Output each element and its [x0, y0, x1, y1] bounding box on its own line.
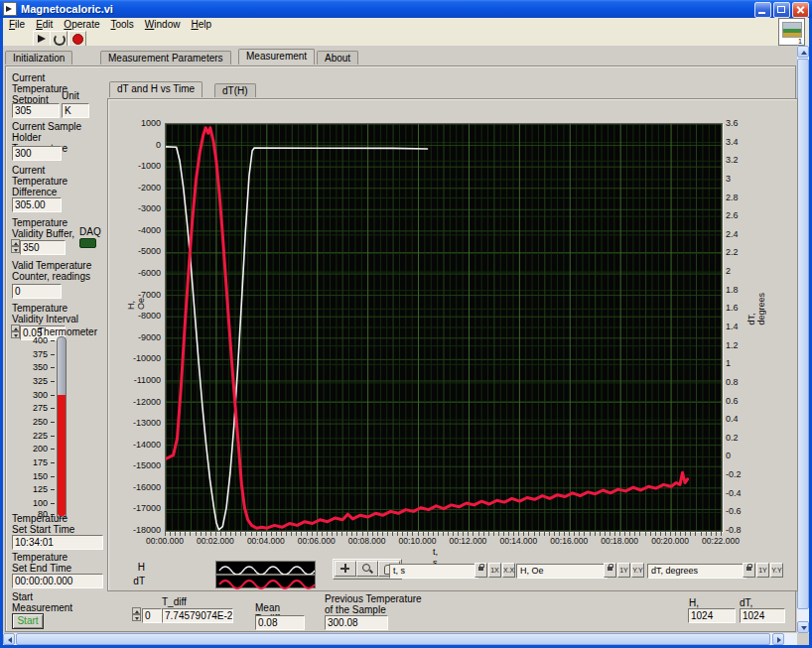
horizontal-scrollbar[interactable] — [3, 633, 797, 645]
legend-sample-dt[interactable] — [215, 575, 316, 588]
left-axis-tick-label: -18000 — [117, 525, 161, 535]
right-axis-tick-label: 0.2 — [726, 433, 765, 443]
unit-label: Unit — [62, 90, 79, 101]
close-icon[interactable] — [792, 2, 809, 18]
tab-measurement[interactable]: Measurement — [238, 49, 315, 65]
scroll-up-icon[interactable] — [797, 46, 809, 58]
set-start-time-field[interactable]: 10:34:01 — [12, 535, 103, 550]
previous-temperature-label: Previous Temperature of the Sample — [325, 593, 424, 615]
tab-initialization[interactable]: Initialization — [5, 51, 72, 65]
horizontal-scroll-thumb[interactable] — [16, 633, 770, 645]
scale-lock-icon[interactable] — [474, 563, 487, 578]
menu-edit[interactable]: Edit — [36, 19, 53, 30]
right-axis-tick-label: 0.4 — [726, 414, 765, 424]
graph-plot[interactable] — [165, 123, 723, 532]
thermometer-tick: 350 — [12, 362, 48, 372]
right-axis-tick-label: 1.2 — [726, 340, 765, 350]
setpoint-field[interactable]: 305 — [12, 103, 60, 118]
left-axis-tick-label: -1000 — [117, 161, 161, 171]
thermometer: 4003753503253002752502252001751501251008… — [12, 333, 83, 524]
menu-bar: FileEditOperateToolsWindowHelp — [3, 18, 809, 31]
menu-file[interactable]: File — [9, 19, 25, 30]
run-arrow-icon[interactable] — [33, 31, 51, 47]
scale-format-button[interactable]: X.X — [502, 563, 515, 578]
tab-about[interactable]: About — [317, 51, 358, 65]
thermometer-tick: 275 — [12, 403, 48, 413]
scroll-right-icon[interactable] — [772, 633, 784, 645]
thermometer-tick-mark — [51, 449, 55, 450]
graph-tab-dt-h-[interactable]: dT(H) — [214, 83, 256, 97]
autoscale-button[interactable]: 1Y — [756, 563, 769, 578]
valid-counter-label: Valid Temperature Counter, readings — [12, 260, 101, 282]
vertical-scroll-thumb[interactable] — [797, 59, 809, 609]
right-axis-tick-label: 3.6 — [726, 118, 765, 128]
minimize-icon[interactable] — [754, 2, 771, 18]
thermometer-tick: 400 — [12, 335, 48, 345]
lock-icon — [608, 567, 612, 571]
validity-buffer-stepper[interactable] — [11, 239, 20, 254]
autoscale-button[interactable]: 1X — [488, 563, 501, 578]
scale-format-button[interactable]: Y.Y — [770, 563, 783, 578]
lock-icon — [746, 567, 751, 571]
vi-icon-number: 1 — [798, 38, 802, 45]
thermometer-tick: 225 — [12, 431, 48, 441]
scroll-left-icon[interactable] — [3, 633, 15, 645]
right-axis-tick-label: 2.4 — [726, 229, 765, 239]
menu-operate[interactable]: Operate — [64, 19, 99, 30]
left-axis-tick-label: -3000 — [117, 203, 161, 213]
unit-field[interactable]: K — [62, 103, 89, 118]
thermometer-tick-mark — [51, 503, 55, 504]
thermometer-tick: 175 — [12, 457, 48, 467]
right-axis-tick-label: 2.2 — [726, 247, 765, 257]
thermometer-tick-mark — [51, 354, 55, 355]
daq-label: DAQ — [79, 226, 101, 237]
abort-icon[interactable] — [68, 31, 86, 47]
thermometer-tick: 100 — [12, 498, 48, 508]
scale-legend-field-ts[interactable]: t, s — [389, 564, 478, 579]
zoom-tool-icon[interactable] — [356, 561, 378, 577]
scale-legend-field-HOe[interactable]: H, Oe — [516, 564, 608, 579]
graph-tab-dt-and-h-vs-time[interactable]: dT and H vs Time — [109, 81, 203, 97]
thermometer-tick-mark — [51, 395, 55, 396]
daq-led — [79, 238, 96, 248]
validity-buffer-field[interactable]: 350 — [20, 240, 66, 255]
vertical-scrollbar[interactable] — [797, 46, 809, 633]
menu-tools[interactable]: Tools — [111, 19, 134, 30]
right-axis-tick-label: 2 — [726, 266, 765, 276]
scale-lock-icon[interactable] — [743, 563, 755, 578]
temp-difference-field: 305.00 — [12, 197, 62, 212]
set-end-time-field[interactable]: 00:00:00.000 — [12, 574, 103, 588]
right-axis-tick-label: -0.8 — [726, 525, 765, 535]
right-axis-tick-label: 3 — [726, 174, 765, 184]
loop-glyph — [54, 34, 66, 46]
title-bar[interactable]: Magnetocaloric.vi — [0, 0, 812, 18]
menu-help[interactable]: Help — [191, 19, 211, 30]
tab-measurement-parameters[interactable]: Measurement Parameters — [100, 51, 231, 65]
right-axis-tick-label: 2.8 — [726, 193, 765, 202]
scale-legend-field-dTdegrees[interactable]: dT, degrees — [647, 564, 746, 579]
restore-icon[interactable] — [773, 2, 790, 18]
array-index-stepper[interactable] — [132, 607, 141, 622]
validity-interval-label: Temperature Validity Interval — [12, 303, 87, 324]
left-axis-tick-label: 1000 — [117, 118, 161, 128]
scale-format-button[interactable]: Y.Y — [631, 563, 644, 578]
graph-canvas[interactable] — [166, 124, 722, 531]
thermometer-tick: 125 — [12, 484, 48, 494]
array-index-field[interactable]: 0 — [142, 608, 162, 623]
thermometer-tick: 200 — [12, 444, 48, 454]
cursor-tool-icon[interactable] — [335, 561, 356, 577]
labview-window: Magnetocaloric.vi FileEditOperateToolsWi… — [0, 0, 812, 648]
autoscale-button[interactable]: 1Y — [617, 563, 630, 578]
legend-item-h[interactable]: H — [111, 562, 145, 573]
legend-sample-h[interactable] — [215, 561, 316, 575]
scale-lock-icon[interactable] — [604, 563, 616, 578]
left-axis-tick-label: -9000 — [117, 332, 161, 342]
run-continuous-icon[interactable] — [50, 31, 68, 47]
run-arrow-glyph — [38, 35, 46, 43]
left-axis-tick-label: -4000 — [117, 225, 161, 235]
thermometer-fill — [58, 395, 66, 516]
start-button[interactable]: Start — [12, 613, 44, 629]
legend-item-dt[interactable]: dT — [111, 576, 145, 586]
menu-window[interactable]: Window — [145, 19, 181, 30]
scroll-down-icon[interactable] — [797, 621, 809, 633]
